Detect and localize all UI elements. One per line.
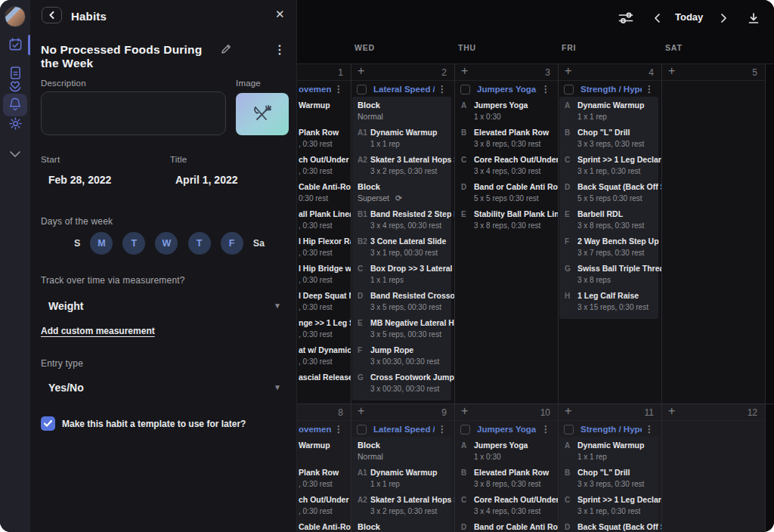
exercise-row[interactable]: BElevated Plank Row3 x 8 reps, 0:30 rest bbox=[454, 127, 558, 154]
exercise-row[interactable]: ADynamic Warmup1 x 1 rep bbox=[558, 440, 661, 467]
exercise-row[interactable]: AJumpers Yoga1 x 0:30 bbox=[454, 100, 558, 127]
workout-title-row[interactable]: ovement Q...⋮ bbox=[297, 422, 351, 437]
exercise-row[interactable]: CBox Drop >> 3 Lateral H...1 x 1 reps bbox=[351, 263, 454, 290]
workout-menu-kebab-icon[interactable]: ⋮ bbox=[438, 425, 447, 434]
exercise-row[interactable]: H1 Leg Calf Raise3 x 15 reps, 0:30 rest bbox=[558, 290, 661, 317]
workout-title[interactable]: Lateral Speed / Plyo bbox=[373, 425, 435, 434]
add-workout-button[interactable]: + bbox=[358, 65, 364, 77]
exercise-row[interactable]: ADynamic Warmup1 x 1 rep bbox=[558, 100, 661, 127]
workout-title[interactable]: Jumpers Yoga / Core bbox=[477, 85, 538, 94]
day-of-week-toggle[interactable]: W bbox=[155, 232, 178, 255]
workout-checkbox[interactable] bbox=[564, 425, 574, 435]
add-workout-button[interactable]: + bbox=[565, 65, 571, 77]
exercise-row[interactable]: A2Skater 3 Lateral Hops >> ...3 x 2 reps… bbox=[351, 494, 454, 521]
day-of-week-toggle[interactable]: S bbox=[74, 232, 80, 255]
day-of-week-toggle[interactable]: T bbox=[188, 232, 211, 255]
exercise-row[interactable]: BChop "L" Drill3 x 3 reps, 0:30 rest bbox=[558, 127, 661, 154]
workout-menu-kebab-icon[interactable]: ⋮ bbox=[541, 425, 550, 434]
exercise-row-partial[interactable]: nge >> 1 Leg St..., 0:30 rest bbox=[297, 317, 351, 345]
exercise-row[interactable]: AJumpers Yoga1 x 0:30 bbox=[454, 440, 558, 467]
start-date-value[interactable]: Feb 28, 2022 bbox=[48, 174, 111, 186]
workout-title-row[interactable]: Jumpers Yoga / Core⋮ bbox=[454, 422, 558, 437]
exercise-row[interactable]: A1Dynamic Warmup1 x 1 rep bbox=[351, 467, 454, 494]
habit-image-thumbnail[interactable] bbox=[236, 93, 289, 135]
workout-menu-kebab-icon[interactable]: ⋮ bbox=[334, 425, 343, 434]
exercise-row[interactable]: CSprint >> 1 Leg Declarations3 x 1 rep, … bbox=[558, 494, 661, 521]
workout-title[interactable]: Lateral Speed / Plyo bbox=[373, 85, 435, 94]
sidebar-item-gear[interactable] bbox=[0, 113, 30, 136]
exercise-row[interactable]: F2 Way Bench Step Up3 x 7 reps, 0:30 res… bbox=[558, 236, 661, 263]
exercise-row-partial[interactable]: Cable Anti-Rotati...0:30 rest bbox=[297, 181, 351, 209]
exercise-row-partial[interactable]: l Deep Squat Mo..., 0:30 rest bbox=[297, 290, 351, 317]
workout-title-row[interactable]: Lateral Speed / Plyo⋮ bbox=[351, 82, 454, 97]
workout-checkbox[interactable] bbox=[357, 425, 367, 435]
workout-title-row[interactable]: Lateral Speed / Plyo⋮ bbox=[351, 422, 454, 437]
end-date-value[interactable]: April 1, 2022 bbox=[175, 174, 238, 186]
add-workout-button[interactable]: + bbox=[668, 405, 675, 417]
entry-type-select-chevron-icon[interactable]: ▼ bbox=[274, 383, 281, 391]
measurement-select-value[interactable]: Weight bbox=[48, 300, 83, 312]
workout-menu-kebab-icon[interactable]: ⋮ bbox=[645, 85, 654, 94]
exercise-row-partial[interactable]: ch Out/Under, 0:30 rest bbox=[297, 494, 351, 521]
exercise-row-partial[interactable]: all Plank Linear ..., 0:30 rest bbox=[297, 209, 351, 236]
exercise-row-partial[interactable]: Warmup bbox=[297, 100, 351, 127]
exercise-row[interactable]: DBand or Cable Anti Rotati...5 x 5 reps … bbox=[454, 181, 558, 209]
entry-type-select-value[interactable]: Yes/No bbox=[48, 382, 84, 394]
workout-title-row[interactable]: Strength / Hypertro...⋮ bbox=[558, 422, 661, 437]
sidebar-item-chevron-down[interactable] bbox=[0, 143, 30, 165]
workout-menu-kebab-icon[interactable]: ⋮ bbox=[334, 85, 343, 94]
day-of-week-toggle[interactable]: M bbox=[90, 232, 113, 255]
prev-week-button[interactable] bbox=[649, 10, 666, 26]
workout-checkbox[interactable] bbox=[460, 425, 470, 435]
exercise-row-partial[interactable]: Plank Row, 0:30 rest bbox=[297, 467, 351, 494]
add-workout-button[interactable]: + bbox=[358, 405, 364, 417]
workout-title-row[interactable]: Jumpers Yoga / Core⋮ bbox=[454, 82, 558, 97]
exercise-row[interactable]: FJump Rope3 x 00:30, 00:30 rest bbox=[351, 345, 454, 372]
workout-title[interactable]: ovement Q... bbox=[299, 85, 331, 94]
add-workout-button[interactable]: + bbox=[461, 65, 468, 77]
description-input[interactable] bbox=[41, 91, 226, 135]
exercise-row-partial[interactable]: at w/ Dynamic P..., 0:30 rest bbox=[297, 345, 351, 372]
exercise-row-partial[interactable]: Plank Row, 0:30 rest bbox=[297, 127, 351, 154]
add-workout-button[interactable]: + bbox=[461, 405, 468, 417]
template-checkbox[interactable] bbox=[41, 416, 55, 431]
workout-title[interactable]: Strength / Hypertro... bbox=[580, 85, 642, 94]
exercise-row[interactable]: BChop "L" Drill3 x 3 reps, 0:30 rest bbox=[558, 467, 661, 494]
exercise-row[interactable]: DBand or Cable Anti Rotati...5 x 5 reps … bbox=[454, 521, 558, 532]
exercise-row[interactable]: CCore Reach Out/Under3 x 4 reps, 0:30 re… bbox=[454, 154, 558, 181]
download-icon[interactable] bbox=[745, 10, 762, 26]
workout-title-row[interactable]: ovement Q...⋮ bbox=[297, 82, 351, 97]
day-of-week-toggle[interactable]: F bbox=[221, 232, 243, 255]
exercise-row[interactable]: CCore Reach Out/Under3 x 4 reps, 0:30 re… bbox=[454, 494, 558, 521]
exercise-row[interactable]: A1Dynamic Warmup1 x 1 rep bbox=[351, 127, 454, 154]
next-week-button[interactable] bbox=[715, 10, 732, 26]
habit-menu-kebab-icon[interactable]: ⋮ bbox=[274, 44, 286, 56]
workout-checkbox[interactable] bbox=[564, 85, 574, 94]
close-icon[interactable]: ✕ bbox=[275, 8, 285, 21]
day-of-week-toggle[interactable]: Sa bbox=[253, 232, 265, 255]
exercise-row-partial[interactable]: l Hip Flexor Rais..., 0:30 rest bbox=[297, 236, 351, 263]
exercise-row[interactable]: EStability Ball Plank Linear ...3 x 8 re… bbox=[454, 209, 558, 236]
user-avatar[interactable] bbox=[5, 6, 26, 27]
workout-menu-kebab-icon[interactable]: ⋮ bbox=[645, 425, 654, 434]
exercise-row-partial[interactable]: Warmup bbox=[297, 440, 351, 467]
exercise-row[interactable]: A2Skater 3 Lateral Hops >> ...3 x 2 reps… bbox=[351, 154, 454, 181]
sidebar-item-calendar-check[interactable] bbox=[0, 34, 30, 57]
exercise-row[interactable]: GCross Footwork Jump Rope3 x 00:30, 00:3… bbox=[351, 372, 454, 399]
today-button[interactable]: Today bbox=[675, 11, 703, 23]
workout-checkbox[interactable] bbox=[460, 85, 470, 94]
workout-checkbox[interactable] bbox=[357, 85, 367, 94]
exercise-row[interactable]: EMB Negative Lateral Hop...3 x 5 reps, 0… bbox=[351, 317, 454, 345]
exercise-row-partial[interactable]: Cable Anti-Rotati...0:30 rest bbox=[297, 521, 351, 532]
exercise-row[interactable]: B23 Cone Lateral Slide3 x 1 rep, 00:30 r… bbox=[351, 236, 454, 263]
exercise-row[interactable]: DBand Resisted Crossover...3 x 5 reps, 0… bbox=[351, 290, 454, 317]
exercise-row-partial[interactable]: ch Out/Under, 0:30 rest bbox=[297, 154, 351, 181]
add-custom-measurement-link[interactable]: Add custom measurement bbox=[41, 326, 155, 336]
edit-pencil-icon[interactable] bbox=[221, 44, 231, 57]
add-workout-button[interactable]: + bbox=[668, 65, 675, 77]
add-workout-button[interactable]: + bbox=[565, 405, 571, 417]
filter-sliders-icon[interactable] bbox=[618, 10, 634, 26]
day-of-week-toggle[interactable]: T bbox=[122, 232, 145, 255]
workout-title[interactable]: ovement Q... bbox=[299, 425, 331, 434]
workout-title[interactable]: Jumpers Yoga / Core bbox=[477, 425, 538, 434]
